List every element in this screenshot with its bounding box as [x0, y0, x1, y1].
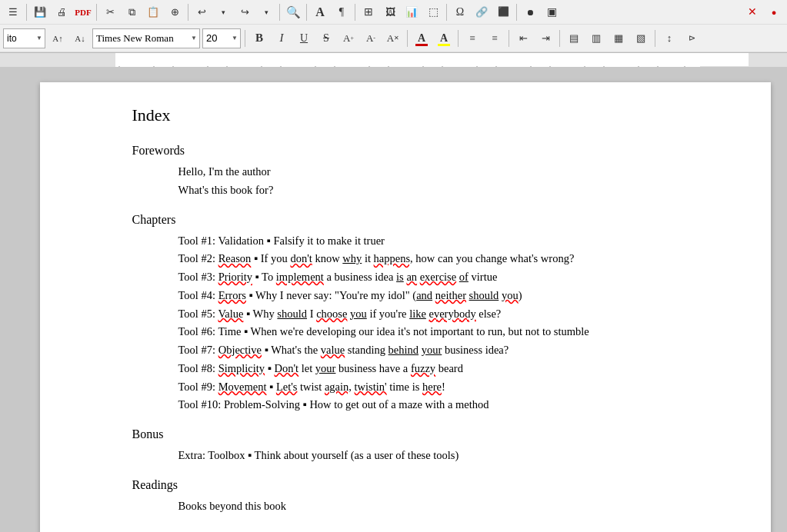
tool3-of: of [459, 271, 469, 283]
font-size-dropdown[interactable]: 20 81011 121416 182428 [202, 28, 241, 48]
tool3-priority: Priority [218, 271, 252, 283]
special-chars-button[interactable]: Ω [450, 2, 470, 22]
decrease-indent-button[interactable]: ⇤ [513, 28, 533, 48]
chapters-section: Chapters Tool #1: Validation ▪ Falsify i… [132, 213, 679, 414]
tool9-lets: Let's [276, 381, 298, 393]
tool-5: Tool #5: Value ▪ Why should I choose you… [132, 306, 679, 323]
tool2-why: why [342, 252, 362, 264]
font-button[interactable]: A [310, 2, 330, 22]
subscript-button[interactable]: A- [361, 28, 381, 48]
separator [26, 4, 27, 21]
font-name-select[interactable]: Times New Roman Arial Calibri Verdana [92, 28, 200, 48]
tool4-you: you [502, 289, 519, 301]
justify-button[interactable]: ▧ [631, 28, 651, 48]
tool7-behind: behind [388, 344, 419, 356]
tool5-choose: choose [316, 308, 347, 320]
sep-fmt1 [245, 30, 245, 47]
chapters-heading: Chapters [132, 213, 679, 227]
tool7-your: your [422, 344, 442, 356]
highlight-color-button[interactable]: A [434, 28, 454, 48]
separator4 [279, 4, 280, 21]
tool5-everybody: everybody [429, 308, 476, 320]
tool2-happens: happens, [374, 252, 413, 264]
readings-section: Readings Books beyond this book [132, 478, 679, 515]
ruler-page-area [115, 53, 749, 66]
strikethrough-button[interactable]: S [316, 28, 336, 48]
paragraph-style-select[interactable]: ito Default Heading 1 Heading 2 [3, 28, 45, 48]
find-button[interactable]: 🔍 [283, 2, 303, 22]
paragraph-style-dropdown[interactable]: ito Default Heading 1 Heading 2 [3, 28, 45, 48]
tool4-should: should [469, 289, 499, 301]
redo-button[interactable]: ↪ [235, 2, 255, 22]
close-doc-button[interactable]: ✕ [742, 2, 762, 22]
save-button[interactable]: 💾 [30, 2, 50, 22]
print-button[interactable]: 🖨 [52, 2, 72, 22]
paste-button[interactable]: 📋 [143, 2, 163, 22]
export-pdf-button[interactable]: PDF [73, 2, 93, 22]
subscript-style-button[interactable]: A↓ [70, 28, 90, 48]
sep-fmt3 [458, 30, 459, 47]
font-name-dropdown[interactable]: Times New Roman Arial Calibri Verdana [92, 28, 200, 48]
font-color-button[interactable]: A [412, 28, 432, 48]
tool9-here: here [422, 381, 442, 393]
paragraph-button[interactable]: ¶ [332, 2, 352, 22]
clone-button[interactable]: ⊕ [165, 2, 185, 22]
clear-format-button[interactable]: A✕ [383, 28, 403, 48]
tool-8: Tool #8: Simplicity ▪ Don't let your bus… [132, 361, 679, 377]
navigator-button[interactable]: ⏺ [520, 2, 540, 22]
separator3 [188, 4, 188, 21]
tool8-dont: Don't [274, 362, 298, 374]
restore-button[interactable]: ● [764, 2, 784, 22]
font-size-select[interactable]: 20 81011 121416 182428 [202, 28, 241, 48]
superscript-style-button[interactable]: A↑ [48, 28, 68, 48]
underline-button[interactable]: U [294, 28, 314, 48]
ruler: 1 2 3 4 5 6 7 8 9 10 11 17 18 [0, 53, 787, 67]
tool9-movement: Movement [218, 381, 267, 393]
footnote-button[interactable]: ⬛ [493, 2, 513, 22]
link-button[interactable]: 🔗 [472, 2, 492, 22]
chart-button[interactable]: 📊 [402, 2, 422, 22]
italic-button[interactable]: I [272, 28, 292, 48]
bonus-section: Bonus Extra: Toolbox ▪ Think about yours… [132, 427, 679, 464]
undo-button[interactable]: ↩ [192, 2, 212, 22]
tool-7: Tool #7: Objective ▪ What's the value st… [132, 342, 679, 359]
table-button[interactable]: ⊞ [358, 2, 378, 22]
tool5-you: you [350, 308, 367, 320]
sep-fmt5 [559, 30, 560, 47]
redo-history-button[interactable]: ▾ [256, 2, 276, 22]
tool8-your: your [315, 362, 336, 374]
more-button[interactable]: ⊳ [682, 28, 702, 48]
cut-button[interactable]: ✂ [100, 2, 120, 22]
line-spacing-button[interactable]: ↕ [659, 28, 679, 48]
copy-button[interactable]: ⧉ [122, 2, 142, 22]
menu-button[interactable]: ☰ [3, 2, 23, 22]
separator2 [96, 4, 97, 21]
separator5 [306, 4, 307, 21]
image-button[interactable]: 🖼 [380, 2, 400, 22]
tool3-exercise: exercise [420, 271, 457, 283]
document-area: Index Forewords Hello, I'm the author Wh… [0, 67, 787, 532]
sep-fmt2 [407, 30, 408, 47]
styles-button[interactable]: ▣ [542, 2, 562, 22]
bold-button[interactable]: B [249, 28, 269, 48]
tool-6: Tool #6: Time ▪ When we're developing ou… [132, 324, 679, 341]
tool9-again: again, [325, 381, 352, 393]
tool8-simplicity: Simplicity [218, 362, 265, 374]
ordered-list-button[interactable]: ≡ [485, 28, 505, 48]
readings-heading: Readings [132, 478, 679, 492]
align-right-button[interactable]: ▦ [609, 28, 629, 48]
textbox-button[interactable]: ⬚ [423, 2, 443, 22]
tool-1: Tool #1: Validation ▪ Falsify it to make… [132, 233, 679, 250]
forewords-item-2: What's this book for? [132, 182, 679, 199]
tool3-implement: implement [276, 271, 324, 283]
increase-indent-button[interactable]: ⇥ [535, 28, 555, 48]
align-left-button[interactable]: ▤ [564, 28, 584, 48]
unordered-list-button[interactable]: ≡ [462, 28, 482, 48]
superscript-button[interactable]: A+ [338, 28, 358, 48]
undo-history-button[interactable]: ▾ [213, 2, 233, 22]
tool2-reason: Reason [218, 252, 252, 264]
align-center-button[interactable]: ▥ [586, 28, 606, 48]
readings-item-1: Books beyond this book [132, 498, 679, 515]
tool9-twistin: twistin' [355, 381, 387, 393]
tool-10: Tool #10: Problem-Solving ▪ How to get o… [132, 397, 679, 414]
